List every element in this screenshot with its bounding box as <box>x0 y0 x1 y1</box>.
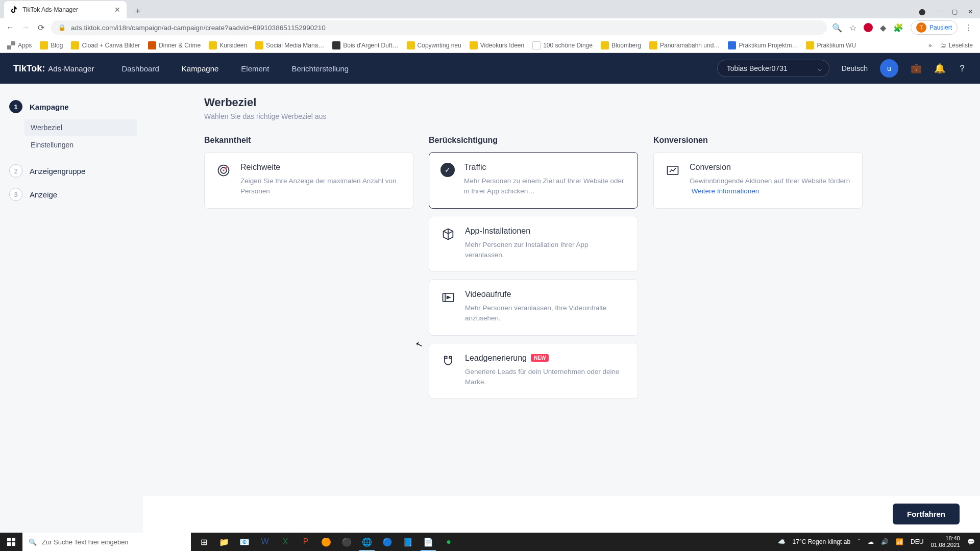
record-icon[interactable]: ⬤ <box>919 8 925 15</box>
continue-button[interactable]: Fortfahren <box>893 504 960 524</box>
onedrive-icon[interactable]: ☁ <box>868 538 874 545</box>
excel-icon[interactable]: X <box>276 533 295 551</box>
card-conversion[interactable]: Conversion Gewinnbringende Aktionen auf … <box>653 152 863 209</box>
obs-icon[interactable]: ⚫ <box>337 533 356 551</box>
tray-chevron-icon[interactable]: ˄ <box>857 538 861 545</box>
bookmark-item[interactable]: Panoramabahn und… <box>647 41 722 49</box>
notepad-icon[interactable]: 📄 <box>419 533 438 551</box>
bookmark-icon <box>209 41 217 49</box>
bookmark-icon <box>332 41 340 49</box>
bookmark-icon <box>255 41 263 49</box>
back-button[interactable]: ← <box>5 23 15 32</box>
powerpoint-icon[interactable]: P <box>296 533 315 551</box>
new-tab-button[interactable]: + <box>131 4 145 18</box>
bookmark-item[interactable]: Bois d'Argent Duft… <box>330 41 400 49</box>
bookmark-item[interactable]: Praktikum Projektm… <box>726 41 800 49</box>
card-videoaufrufe[interactable]: Videoaufrufe Mehr Personen veranlassen, … <box>429 279 638 336</box>
bookmark-apps[interactable]: Apps <box>5 41 34 49</box>
step-anzeige[interactable]: 3 Anzeige <box>0 183 143 206</box>
bookmark-item[interactable]: Cload + Canva Bilder <box>69 41 142 49</box>
bookmark-item[interactable]: Kursideen <box>207 41 249 49</box>
lock-icon: 🔒 <box>58 24 66 31</box>
notifications-icon[interactable]: 💬 <box>967 538 975 545</box>
app-icon[interactable]: 🟠 <box>316 533 336 551</box>
svg-rect-5 <box>7 538 11 541</box>
reading-list-button[interactable]: 🗂Leseliste <box>938 42 975 49</box>
taskbar-search[interactable]: 🔍 Zur Suche Text hier eingeben <box>22 533 191 551</box>
bookmark-item[interactable]: Social Media Mana… <box>253 41 326 49</box>
word-icon[interactable]: W <box>255 533 275 551</box>
search-placeholder: Zur Suche Text hier eingeben <box>42 538 129 546</box>
card-app-installationen[interactable]: App-Installationen Mehr Personen zur Ins… <box>429 216 638 272</box>
volume-icon[interactable]: 🔊 <box>881 538 889 545</box>
edge-icon[interactable]: 🔵 <box>378 533 397 551</box>
bookmark-star-icon[interactable]: ☆ <box>849 23 856 33</box>
bookmark-item[interactable]: Videokurs Ideen <box>468 41 527 49</box>
close-tab-icon[interactable]: ✕ <box>114 6 120 14</box>
chrome-menu-icon[interactable]: ⋮ <box>965 23 973 33</box>
language-selector[interactable]: Deutsch <box>842 64 868 72</box>
bell-icon[interactable]: 🔔 <box>934 63 945 74</box>
card-reichweite[interactable]: Reichweite Zeigen Sie Ihre Anzeige der m… <box>204 152 413 209</box>
close-window-icon[interactable]: ✕ <box>968 8 973 15</box>
card-leadgenerierung[interactable]: Leadgenerierung NEW Generiere Leads für … <box>429 343 638 399</box>
bookmark-item[interactable]: Dinner & Crime <box>146 41 203 49</box>
card-traffic[interactable]: ✓ Traffic Mehr Personen zu einem Ziel au… <box>429 152 638 209</box>
explorer-icon[interactable]: 📁 <box>214 533 234 551</box>
extension-icon[interactable]: ◆ <box>880 23 886 33</box>
language-indicator[interactable]: DEU <box>911 538 923 545</box>
account-selector[interactable]: Tobias Becker0731 <box>717 60 829 77</box>
zoom-icon[interactable]: 🔍 <box>832 23 842 33</box>
bookmark-icon <box>806 41 814 49</box>
step-number: 1 <box>9 100 22 113</box>
substep-einstellungen[interactable]: Einstellungen <box>24 137 137 153</box>
card-description: Gewinnbringende Aktionen auf Ihrer Websi… <box>690 176 851 197</box>
more-info-link[interactable]: Weitere Informationen <box>692 187 760 195</box>
minimize-icon[interactable]: — <box>936 8 942 15</box>
bookmark-item[interactable]: 100 schöne Dinge <box>530 41 595 49</box>
extensions-menu-icon[interactable]: 🧩 <box>893 23 903 33</box>
logo-main: TikTok: <box>13 63 45 74</box>
briefcase-icon[interactable]: 💼 <box>911 63 922 74</box>
bookmarks-overflow[interactable]: » <box>928 42 932 49</box>
spotify-icon[interactable]: ● <box>439 533 458 551</box>
nav-dashboard[interactable]: Dashboard <box>121 64 159 73</box>
profile-paused-button[interactable]: T Pausiert <box>911 20 958 35</box>
bookmark-item[interactable]: Copywriting neu <box>405 41 463 49</box>
browser-tab[interactable]: TikTok Ads-Manager ✕ <box>4 1 127 18</box>
extension-abp-icon[interactable] <box>864 23 873 32</box>
nav-element[interactable]: Element <box>241 64 269 73</box>
task-view-icon[interactable]: ⊞ <box>194 533 213 551</box>
step-kampagne[interactable]: 1 Kampagne <box>0 95 143 118</box>
taskbar-clock[interactable]: 18:40 01.08.2021 <box>930 535 960 548</box>
column-header: Berücksichtigung <box>429 136 638 145</box>
maximize-icon[interactable]: ▢ <box>952 8 958 15</box>
tiktok-logo[interactable]: TikTok: Ads-Manager <box>13 63 94 74</box>
paused-label: Pausiert <box>929 24 952 31</box>
forward-button[interactable]: → <box>20 23 31 32</box>
chrome-icon[interactable]: 🌐 <box>357 533 377 551</box>
mail-icon[interactable]: 📧 <box>235 533 254 551</box>
page-title: Werbeziel <box>204 96 949 109</box>
weather-text[interactable]: 17°C Regen klingt ab <box>793 538 851 545</box>
bookmark-item[interactable]: Blog <box>38 41 65 49</box>
nav-berichterstellung[interactable]: Berichterstellung <box>291 64 349 73</box>
step-anzeigengruppe[interactable]: 2 Anzeigengruppe <box>0 159 143 183</box>
bookmark-item[interactable]: Praktikum WU <box>804 41 858 49</box>
wifi-icon[interactable]: 📶 <box>896 538 903 545</box>
substep-werbeziel[interactable]: Werbeziel <box>24 119 137 136</box>
step-label: Anzeigengruppe <box>30 167 85 176</box>
weather-icon[interactable]: ☁️ <box>778 538 786 545</box>
reload-button[interactable]: ⟳ <box>36 23 46 33</box>
url-input[interactable]: 🔒 ads.tiktok.com/i18n/campaign/ad-campai… <box>51 20 827 35</box>
bookmark-icon <box>470 41 478 49</box>
column-header: Konversionen <box>653 136 863 145</box>
start-button[interactable] <box>0 533 22 551</box>
nav-kampagne[interactable]: Kampagne <box>182 64 219 73</box>
card-title: Conversion <box>690 163 851 172</box>
user-avatar[interactable]: u <box>880 59 898 78</box>
bookmark-item[interactable]: Bloomberg <box>599 41 643 49</box>
help-icon[interactable]: ？ <box>958 62 967 74</box>
app-icon[interactable]: 📘 <box>398 533 418 551</box>
app-header: TikTok: Ads-Manager Dashboard Kampagne E… <box>0 53 980 84</box>
